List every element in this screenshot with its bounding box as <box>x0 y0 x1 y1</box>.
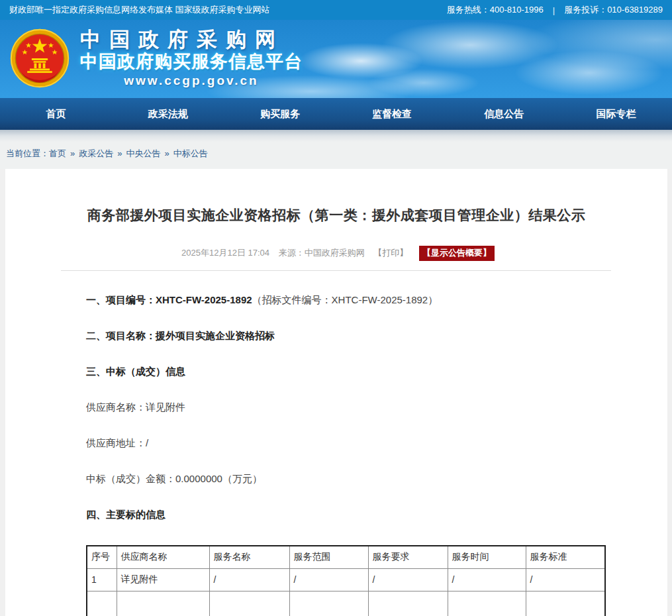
table-row <box>87 591 605 616</box>
site-subtitle: 中国政府购买服务信息平台 <box>80 52 303 72</box>
nav-item[interactable]: 政采法规 <box>112 98 224 130</box>
nav-item[interactable]: 监督检查 <box>336 98 448 130</box>
cell-service-requirement: / <box>368 568 448 591</box>
cell-service-standard <box>526 591 605 616</box>
paragraph-regular-text: （招标文件编号：XHTC-FW-2025-1892） <box>252 294 438 305</box>
logo-text-block: 中国政府采购网 中国政府购买服务信息平台 www.ccgp.gov.cn <box>80 28 303 87</box>
table-header-cell: 服务要求 <box>368 546 448 568</box>
paragraph-regular-text: 供应商地址：/ <box>86 437 148 448</box>
page-title: 商务部援外项目实施企业资格招标（第一类：援外成套项目管理企业）结果公示 <box>5 169 667 225</box>
top-utility-bar: 财政部唯一指定政府采购信息网络发布媒体 国家级政府采购专业网站 服务热线：400… <box>0 0 672 20</box>
breadcrumb-link[interactable]: 中标公告 <box>173 148 208 158</box>
table-wrap: 序号 供应商名称 服务名称 服务范围 服务要求 服务时间 服务标准 <box>5 545 667 616</box>
breadcrumb-separator: » <box>66 148 79 158</box>
site-url: www.ccgp.gov.cn <box>80 74 303 88</box>
service-complaint: 服务投诉：010-63819289 <box>564 4 663 16</box>
cell-supplier: 详见附件 <box>117 568 209 591</box>
table-header-row: 序号 供应商名称 服务名称 服务范围 服务要求 服务时间 服务标准 <box>87 546 605 568</box>
nav-item[interactable]: 信息公告 <box>448 98 560 130</box>
paragraph-bold-text: 二、项目名称：援外项目实施企业资格招标 <box>86 330 275 341</box>
cell-service-standard: / <box>526 568 605 591</box>
paragraph-regular-text: 供应商名称：详见附件 <box>86 401 185 413</box>
article-meta: 2025年12月12日 17:04 来源：中国政府采购网 【打印】 【显示公告概… <box>5 246 667 261</box>
cell-service-scope: / <box>289 568 368 591</box>
bid-items-table: 序号 供应商名称 服务名称 服务范围 服务要求 服务时间 服务标准 <box>86 545 606 616</box>
page-body: 商务部援外项目实施企业资格招标（第一类：援外成套项目管理企业）结果公示 2025… <box>0 169 672 616</box>
paragraph-bold-text: 一、项目编号：XHTC-FW-2025-1892 <box>86 294 252 305</box>
site-name: 中国政府采购网 <box>80 28 303 51</box>
table-header-cell: 服务时间 <box>448 546 526 568</box>
breadcrumb-items: 首页»政采公告»中央公告»中标公告» <box>49 148 208 158</box>
cell-seq: 1 <box>87 568 117 591</box>
cell-service-requirement <box>368 591 448 616</box>
article-paragraph: 三、中标（成交）信息 <box>86 364 667 378</box>
service-hotline: 服务热线：400-810-1996 <box>447 4 544 16</box>
breadcrumb-separator: » <box>160 148 173 158</box>
topbar-separator: | <box>550 5 557 15</box>
article-content: 一、项目编号：XHTC-FW-2025-1892（招标文件编号：XHTC-FW-… <box>5 293 667 521</box>
china-national-emblem-icon <box>9 27 71 89</box>
article-paragraph: 供应商地址：/ <box>86 436 667 450</box>
breadcrumb: 当前位置：首页»政采公告»中央公告»中标公告» <box>0 130 672 169</box>
nav-item[interactable]: 购买服务 <box>224 98 336 130</box>
article-paragraph: 四、主要标的信息 <box>86 507 667 521</box>
cell-service-time <box>448 591 526 616</box>
site-slogan: 财政部唯一指定政府采购信息网络发布媒体 国家级政府采购专业网站 <box>9 4 270 16</box>
article-paragraph: 供应商名称：详见附件 <box>86 400 667 414</box>
cell-service-name: / <box>209 568 289 591</box>
show-summary-button[interactable]: 【显示公告概要】 <box>419 246 495 261</box>
cell-service-name <box>209 591 289 616</box>
table-header-cell: 服务范围 <box>289 546 368 568</box>
table-header-cell: 服务名称 <box>209 546 289 568</box>
paragraph-bold-text: 三、中标（成交）信息 <box>86 366 185 377</box>
nav-item[interactable]: 国际专栏 <box>560 98 672 130</box>
cell-supplier <box>117 591 209 616</box>
scrollbar-track[interactable] <box>667 169 672 616</box>
source-label: 来源：中国政府采购网 <box>279 248 365 258</box>
breadcrumb-link[interactable]: 政采公告 <box>79 148 113 158</box>
table-header-cell: 序号 <box>87 546 117 568</box>
table-header-cell: 供应商名称 <box>117 546 209 568</box>
main-nav: 首页 政采法规 购买服务 监督检查 信息公告 国际专栏 <box>0 98 672 130</box>
paragraph-bold-text: 四、主要标的信息 <box>86 509 166 520</box>
breadcrumb-link[interactable]: 中央公告 <box>126 148 160 158</box>
announcement-card: 商务部援外项目实施企业资格招标（第一类：援外成套项目管理企业）结果公示 2025… <box>5 169 667 616</box>
meta-divider <box>61 270 611 271</box>
table-header-cell: 服务标准 <box>526 546 605 568</box>
article-paragraph: 二、项目名称：援外项目实施企业资格招标 <box>86 329 667 342</box>
breadcrumb-separator: » <box>113 148 126 158</box>
paragraph-regular-text: 中标（成交）金额：0.0000000（万元） <box>86 473 262 484</box>
print-button[interactable]: 【打印】 <box>373 248 408 258</box>
site-logo[interactable]: 中国政府采购网 中国政府购买服务信息平台 www.ccgp.gov.cn <box>0 20 672 89</box>
article-paragraph: 一、项目编号：XHTC-FW-2025-1892（招标文件编号：XHTC-FW-… <box>86 293 667 307</box>
nav-item[interactable]: 首页 <box>0 98 112 130</box>
breadcrumb-link[interactable]: 首页 <box>49 148 66 158</box>
site-masthead: 中国政府采购网 中国政府购买服务信息平台 www.ccgp.gov.cn <box>0 20 672 98</box>
cell-service-scope <box>289 591 368 616</box>
publish-datetime: 2025年12月12日 17:04 <box>181 248 269 258</box>
table-row: 1 详见附件 / / / / / <box>87 568 605 591</box>
breadcrumb-label: 当前位置： <box>6 148 49 158</box>
table-body: 1 详见附件 / / / / / <box>87 568 605 616</box>
article-paragraph: 中标（成交）金额：0.0000000（万元） <box>86 472 667 486</box>
cell-seq <box>87 591 117 616</box>
cell-service-time: / <box>448 568 526 591</box>
